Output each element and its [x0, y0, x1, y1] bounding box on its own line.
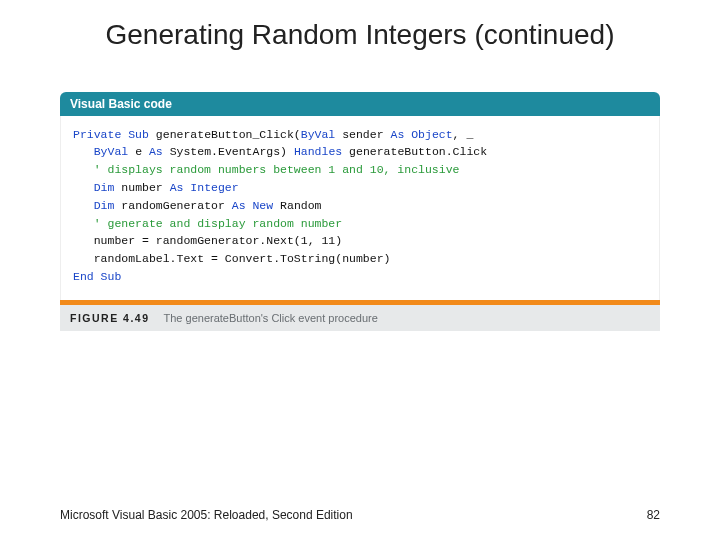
keyword: End Sub [73, 270, 121, 283]
keyword: As New [232, 199, 273, 212]
keyword: ByVal [94, 145, 129, 158]
figure-caption: The generateButton's Click event procedu… [164, 312, 378, 324]
figure-container: Visual Basic code Private Sub generateBu… [60, 92, 660, 331]
code-text: sender [335, 128, 390, 141]
code-line: End Sub [73, 268, 647, 286]
keyword: Private Sub [73, 128, 149, 141]
code-text: number [114, 181, 169, 194]
code-text: System.EventArgs) [163, 145, 294, 158]
code-comment: ' generate and display random number [73, 215, 647, 233]
figure-caption-bar: FIGURE 4.49 The generateButton's Click e… [60, 305, 660, 331]
code-text: generateButton.Click [342, 145, 487, 158]
keyword: As Integer [170, 181, 239, 194]
keyword: As Object [390, 128, 452, 141]
slide-title: Generating Random Integers (continued) [0, 0, 720, 58]
code-line: ByVal e As System.EventArgs) Handles gen… [73, 143, 647, 161]
keyword: Handles [294, 145, 342, 158]
code-line: Private Sub generateButton_Click(ByVal s… [73, 126, 647, 144]
footer-source: Microsoft Visual Basic 2005: Reloaded, S… [60, 508, 353, 522]
page-number: 82 [647, 508, 660, 522]
code-text: Random [273, 199, 321, 212]
keyword: Dim [94, 199, 115, 212]
code-text [73, 145, 94, 158]
code-line: Dim number As Integer [73, 179, 647, 197]
code-line: Dim randomGenerator As New Random [73, 197, 647, 215]
keyword: As [149, 145, 163, 158]
code-text [73, 181, 94, 194]
code-text: randomGenerator [114, 199, 231, 212]
code-header: Visual Basic code [60, 92, 660, 116]
code-line: randomLabel.Text = Convert.ToString(numb… [73, 250, 647, 268]
code-line: number = randomGenerator.Next(1, 11) [73, 232, 647, 250]
code-comment: ' displays random numbers between 1 and … [73, 161, 647, 179]
code-text: generateButton_Click( [149, 128, 301, 141]
code-block: Private Sub generateButton_Click(ByVal s… [60, 116, 660, 300]
figure-label: FIGURE 4.49 [70, 312, 150, 324]
keyword: Dim [94, 181, 115, 194]
slide-footer: Microsoft Visual Basic 2005: Reloaded, S… [60, 508, 660, 522]
code-text [73, 199, 94, 212]
keyword: ByVal [301, 128, 336, 141]
code-text: e [128, 145, 149, 158]
code-text: , _ [453, 128, 474, 141]
